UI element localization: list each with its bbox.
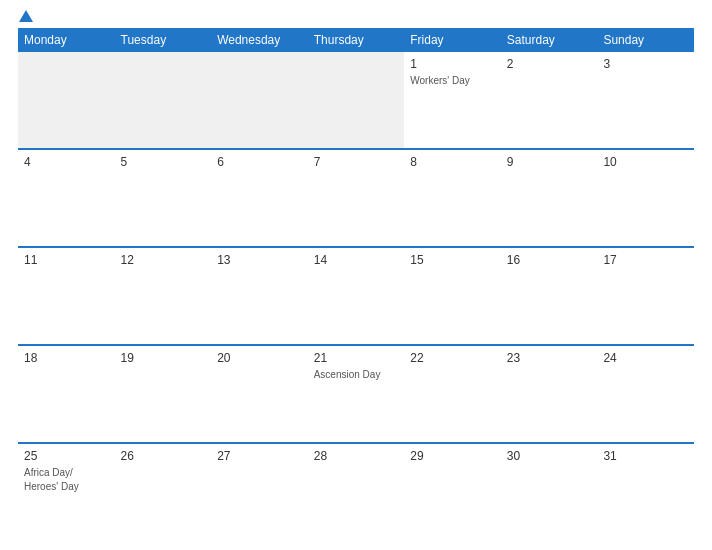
day-event: Ascension Day	[314, 369, 381, 380]
day-cell: 16	[501, 248, 598, 344]
day-cell: 2	[501, 52, 598, 148]
day-number: 18	[24, 351, 109, 365]
day-cell: 8	[404, 150, 501, 246]
day-cell	[115, 52, 212, 148]
day-number: 28	[314, 449, 399, 463]
day-cell: 17	[597, 248, 694, 344]
day-number: 24	[603, 351, 688, 365]
day-number: 19	[121, 351, 206, 365]
day-cell: 9	[501, 150, 598, 246]
day-cell: 30	[501, 444, 598, 540]
day-cell: 21Ascension Day	[308, 346, 405, 442]
day-cell: 26	[115, 444, 212, 540]
week-row-2: 11121314151617	[18, 248, 694, 346]
day-number: 25	[24, 449, 109, 463]
week-row-4: 25Africa Day/ Heroes' Day262728293031	[18, 444, 694, 540]
week-row-1: 45678910	[18, 150, 694, 248]
day-number: 17	[603, 253, 688, 267]
day-number: 26	[121, 449, 206, 463]
day-number: 29	[410, 449, 495, 463]
day-event: Africa Day/ Heroes' Day	[24, 467, 79, 492]
day-number: 8	[410, 155, 495, 169]
day-number: 27	[217, 449, 302, 463]
dow-header-tuesday: Tuesday	[115, 28, 212, 52]
day-cell: 20	[211, 346, 308, 442]
day-cell: 3	[597, 52, 694, 148]
day-event: Workers' Day	[410, 75, 470, 86]
logo	[18, 10, 34, 22]
day-cell: 24	[597, 346, 694, 442]
dow-header-saturday: Saturday	[501, 28, 598, 52]
day-cell: 6	[211, 150, 308, 246]
week-row-0: 1Workers' Day23	[18, 52, 694, 150]
day-cell: 11	[18, 248, 115, 344]
calendar-header: MondayTuesdayWednesdayThursdayFridaySatu…	[18, 28, 694, 52]
day-cell: 1Workers' Day	[404, 52, 501, 148]
day-cell: 7	[308, 150, 405, 246]
day-number: 30	[507, 449, 592, 463]
day-number: 6	[217, 155, 302, 169]
day-number: 21	[314, 351, 399, 365]
day-number: 3	[603, 57, 688, 71]
week-row-3: 18192021Ascension Day222324	[18, 346, 694, 444]
day-cell: 31	[597, 444, 694, 540]
day-cell: 27	[211, 444, 308, 540]
day-number: 10	[603, 155, 688, 169]
dow-header-thursday: Thursday	[308, 28, 405, 52]
dow-header-friday: Friday	[404, 28, 501, 52]
day-number: 12	[121, 253, 206, 267]
dow-header-sunday: Sunday	[597, 28, 694, 52]
day-number: 2	[507, 57, 592, 71]
day-number: 23	[507, 351, 592, 365]
day-number: 14	[314, 253, 399, 267]
dow-header-wednesday: Wednesday	[211, 28, 308, 52]
day-cell: 23	[501, 346, 598, 442]
day-cell: 18	[18, 346, 115, 442]
day-cell: 10	[597, 150, 694, 246]
calendar-page: MondayTuesdayWednesdayThursdayFridaySatu…	[0, 0, 712, 550]
day-number: 15	[410, 253, 495, 267]
day-number: 1	[410, 57, 495, 71]
day-number: 4	[24, 155, 109, 169]
day-cell: 4	[18, 150, 115, 246]
day-cell: 29	[404, 444, 501, 540]
calendar: MondayTuesdayWednesdayThursdayFridaySatu…	[18, 28, 694, 540]
day-number: 11	[24, 253, 109, 267]
day-cell: 25Africa Day/ Heroes' Day	[18, 444, 115, 540]
day-number: 7	[314, 155, 399, 169]
day-number: 9	[507, 155, 592, 169]
day-cell: 14	[308, 248, 405, 344]
day-cell: 28	[308, 444, 405, 540]
day-number: 13	[217, 253, 302, 267]
day-cell: 13	[211, 248, 308, 344]
header	[18, 10, 694, 22]
dow-header-monday: Monday	[18, 28, 115, 52]
day-cell: 5	[115, 150, 212, 246]
day-number: 31	[603, 449, 688, 463]
day-cell: 19	[115, 346, 212, 442]
day-number: 5	[121, 155, 206, 169]
day-cell: 15	[404, 248, 501, 344]
logo-triangle-icon	[19, 10, 33, 22]
day-number: 20	[217, 351, 302, 365]
calendar-body: 1Workers' Day234567891011121314151617181…	[18, 52, 694, 540]
day-number: 22	[410, 351, 495, 365]
day-cell	[308, 52, 405, 148]
day-cell: 22	[404, 346, 501, 442]
day-cell	[18, 52, 115, 148]
day-cell: 12	[115, 248, 212, 344]
day-number: 16	[507, 253, 592, 267]
day-cell	[211, 52, 308, 148]
